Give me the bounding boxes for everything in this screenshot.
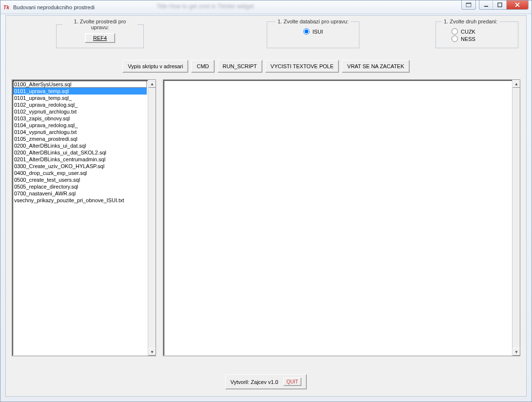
radio-ness-label: NESS — [461, 36, 475, 42]
output-textbox[interactable]: ▲ ▼ — [163, 79, 520, 356]
group-prostredi-legend: 1. Zvolte prostredi pro upravu: — [62, 19, 138, 30]
list-item[interactable]: 0104_vypnuti_archlogu.txt — [13, 129, 147, 135]
radio-cuzk[interactable] — [452, 28, 458, 35]
window-controls — [461, 0, 532, 10]
background-window-title: Title How to get cmd in Tkinter widget — [157, 3, 254, 10]
list-item[interactable]: 0200_AlterDBLinks_ui_dat_SKOL2.sql — [13, 149, 147, 156]
close-button[interactable] — [507, 0, 528, 9]
titlebar[interactable]: Tk Budovani neprodukcniho prostredi Titl… — [0, 0, 532, 14]
group-predani: 1. Zvolte druh predani: CUZK NESS — [435, 19, 518, 48]
list-item[interactable]: 0100_AlterSysUsers.sql — [13, 81, 147, 88]
radio-isui[interactable] — [303, 28, 310, 35]
radio-cuzk-label: CUZK — [461, 29, 475, 35]
footer-box: Vytvoril: Zajcev v1.0 QUIT — [225, 374, 307, 389]
client-area: 1. Zvolte prostredi pro upravu: REF4 1. … — [5, 15, 527, 397]
svg-rect-2 — [484, 6, 488, 7]
top-groups-row: 1. Zvolte prostredi pro upravu: REF4 1. … — [6, 16, 526, 48]
vypis-button[interactable]: Vypis skriptu v adresari — [122, 60, 188, 73]
list-item[interactable]: 0103_zapis_obnovy.sql — [13, 115, 147, 122]
main-panels: 0100_AlterSysUsers.sql0101_uprava_temp.s… — [6, 73, 526, 360]
toolbar: Vypis skriptu v adresari CMD RUN_SCRIPT … — [6, 60, 526, 73]
window-title: Budovani neprodukcniho prostredi — [13, 4, 95, 10]
list-item[interactable]: 0101_uprava_temp.sql — [13, 88, 147, 95]
back-to-start-button[interactable]: VRAT SE NA ZACATEK — [342, 60, 410, 73]
list-item[interactable]: 0101_uprava_temp.sql_ — [13, 95, 147, 101]
footer: Vytvoril: Zajcev v1.0 QUIT — [6, 374, 526, 389]
group-database-legend: 1. Zvolte databazi pro upravu: — [276, 19, 351, 24]
clear-text-button[interactable]: VYCISTI TEXTOVE POLE — [265, 60, 339, 73]
textbox-scrollbar[interactable]: ▲ ▼ — [512, 80, 520, 356]
scroll-down-icon[interactable]: ▼ — [512, 348, 520, 356]
radio-ness[interactable] — [452, 36, 458, 42]
quit-button[interactable]: QUIT — [283, 378, 302, 386]
list-item[interactable]: 0102_vypnuti_archlogu.txt — [13, 108, 147, 115]
group-database: 1. Zvolte databazi pro upravu: ISUI — [267, 19, 359, 48]
list-item[interactable]: 0500_create_test_users.sql — [13, 176, 147, 183]
svg-rect-1 — [466, 3, 471, 4]
list-item[interactable]: 0505_replace_directory.sql — [13, 183, 147, 190]
list-item[interactable]: 0300_Create_uziv_OKO_HYLASP.sql — [13, 163, 147, 170]
output-text — [164, 81, 511, 355]
ref4-button[interactable]: REF4 — [85, 33, 115, 43]
group-predani-legend: 1. Zvolte druh predani: — [442, 19, 499, 24]
list-item[interactable]: 0700_nastaveni_AWR.sql — [13, 190, 147, 197]
group-prostredi: 1. Zvolte prostredi pro upravu: REF4 — [56, 19, 144, 48]
credit-label: Vytvoril: Zajcev v1.0 — [231, 379, 278, 385]
list-item[interactable]: 0105_zmena_prostredi.sql — [13, 135, 147, 142]
maximize-button[interactable] — [493, 0, 507, 9]
cmd-button[interactable]: CMD — [191, 60, 214, 73]
svg-rect-3 — [498, 3, 502, 7]
listbox-scrollbar[interactable]: ▲ ▼ — [148, 80, 156, 356]
list-item[interactable]: vsechny_prikazy_pouzite_pri_obnove_ISUI.… — [13, 197, 147, 204]
scroll-down-icon[interactable]: ▼ — [148, 348, 156, 356]
list-item[interactable]: 0400_drop_cuzk_exp_user.sql — [13, 170, 147, 176]
tk-icon: Tk — [2, 3, 10, 11]
app-window: Tk Budovani neprodukcniho prostredi Titl… — [0, 0, 532, 402]
minimize-button[interactable] — [479, 0, 493, 9]
scroll-up-icon[interactable]: ▲ — [512, 80, 520, 88]
list-item[interactable]: 0104_uprava_redolog.sql_ — [13, 122, 147, 129]
toolbar-extra-button[interactable] — [462, 0, 475, 9]
list-item[interactable]: 0102_uprava_redolog.sql_ — [13, 101, 147, 108]
radio-isui-label: ISUI — [313, 29, 323, 35]
scroll-up-icon[interactable]: ▲ — [148, 80, 156, 88]
script-listbox[interactable]: 0100_AlterSysUsers.sql0101_uprava_temp.s… — [12, 79, 156, 356]
run-script-button[interactable]: RUN_SCRIPT — [217, 60, 262, 73]
list-item[interactable]: 0200_AlterDBLinks_ui_dat.sql — [13, 142, 147, 149]
list-item[interactable]: 0201_AlterDBLinks_centrumadmin.sql — [13, 156, 147, 163]
